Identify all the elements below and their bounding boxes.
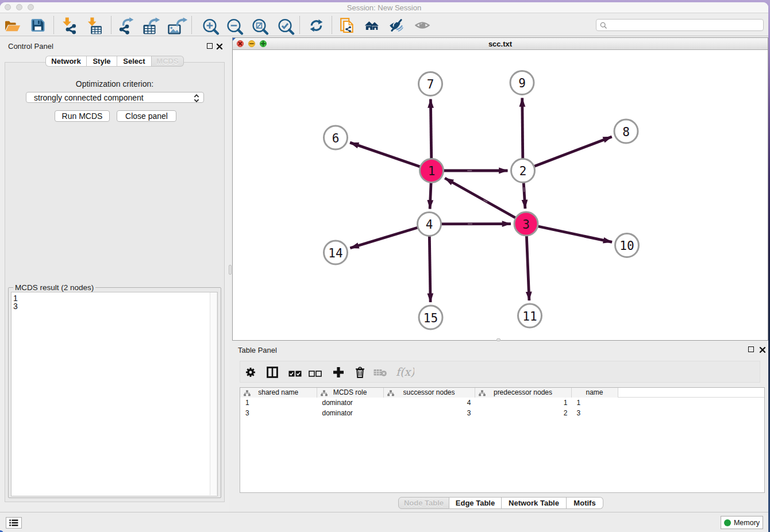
zoom-selected-icon[interactable]	[278, 18, 298, 36]
main-area: Control Panel NetworkStyleSelectMCDS Opt…	[0, 36, 768, 512]
edge-2-8[interactable]	[523, 137, 612, 171]
toolbar-separator	[332, 16, 332, 34]
table-cell: 4	[467, 399, 471, 407]
open-session-icon[interactable]	[5, 18, 21, 33]
table-cell: 3	[577, 409, 581, 417]
tab-mcds[interactable]: MCDS	[152, 56, 184, 67]
table-cell: dominator	[322, 399, 353, 407]
delete-column-icon[interactable]	[355, 367, 365, 380]
tab-node-table[interactable]: Node Table	[398, 497, 449, 509]
delete-table-icon[interactable]	[374, 368, 387, 379]
graph-node-label: 15	[424, 311, 438, 325]
column-label: predecessor nodes	[475, 388, 571, 396]
criterion-dropdown[interactable]: strongly connected component	[26, 92, 204, 103]
graph-node-label: 9	[518, 76, 526, 90]
refresh-layout-icon[interactable]	[310, 19, 324, 33]
toolbar-separator	[191, 16, 192, 34]
panel-divider-grip[interactable]	[229, 265, 232, 275]
zoom-out-icon[interactable]	[227, 18, 247, 36]
save-session-icon[interactable]	[30, 18, 45, 33]
table-columns-icon[interactable]	[267, 367, 278, 380]
control-panel-tabs: NetworkStyleSelectMCDS	[45, 56, 184, 67]
column-header-shared-name[interactable]: shared name	[240, 388, 317, 398]
table-panel-close-icon[interactable]	[759, 346, 766, 353]
graph-node-label: 8	[622, 125, 630, 139]
column-header-name[interactable]: name	[572, 388, 618, 398]
main-toolbar	[0, 13, 768, 36]
hide-selected-icon[interactable]	[389, 18, 404, 33]
zoom-fit-icon[interactable]	[252, 18, 272, 36]
show-all-icon[interactable]	[415, 18, 430, 33]
copy-style-icon[interactable]	[340, 18, 355, 33]
svg-text:f(x): f(x)	[396, 365, 414, 378]
table-divider-grip[interactable]	[496, 338, 500, 341]
tab-network[interactable]: Network	[45, 56, 87, 67]
first-neighbors-icon[interactable]	[364, 18, 379, 33]
zoom-in-icon[interactable]	[203, 18, 222, 36]
tab-select[interactable]: Select	[117, 56, 152, 67]
column-header-predecessor-nodes[interactable]: predecessor nodes	[475, 388, 572, 398]
graph-node-label: 2	[519, 164, 527, 178]
column-label: name	[572, 388, 618, 396]
mcds-result-list[interactable]: 13	[11, 292, 218, 496]
toolbar-separator	[53, 16, 54, 34]
export-table-icon[interactable]	[141, 17, 161, 34]
column-header-MCDS-role[interactable]: MCDS role	[317, 388, 384, 398]
table-panel-title: Table Panel	[238, 346, 277, 354]
import-table-icon[interactable]	[85, 17, 102, 34]
graph-node-label: 14	[328, 246, 342, 260]
edge-1-6[interactable]	[350, 142, 432, 171]
create-column-icon[interactable]	[333, 367, 344, 380]
toolbar-separator	[299, 16, 300, 34]
control-panel-float-icon[interactable]	[207, 43, 213, 49]
mcds-result-title: MCDS result (2 nodes)	[13, 283, 95, 292]
tab-network-table[interactable]: Network Table	[502, 497, 567, 509]
table-row[interactable]: 1dominator411	[240, 398, 765, 408]
table-toolbar: f(x)	[240, 361, 760, 383]
result-scrollbar[interactable]	[210, 292, 217, 495]
memory-label: Memory	[734, 519, 760, 527]
table-cell: 1	[245, 399, 249, 407]
table-cell: 3	[245, 409, 249, 417]
table-row[interactable]: 3dominator323	[240, 408, 765, 419]
toolbar-separator	[111, 16, 111, 34]
result-line: 3	[13, 302, 217, 311]
run-mcds-button[interactable]: Run MCDS	[55, 110, 110, 122]
tab-motifs[interactable]: Motifs	[567, 497, 603, 509]
function-builder-icon[interactable]: f(x)	[395, 365, 414, 381]
edge-handle	[467, 170, 472, 171]
graph-node-label: 4	[426, 218, 433, 232]
task-history-button[interactable]	[6, 517, 22, 529]
table-cell: 2	[564, 409, 568, 417]
table-cell: 3	[467, 409, 471, 417]
table-panel-float-icon[interactable]	[748, 346, 754, 352]
control-panel-close-icon[interactable]	[216, 43, 223, 50]
network-canvas[interactable]: 1234678910111415	[233, 51, 768, 340]
edge-handle	[468, 223, 472, 225]
edge-3-10[interactable]	[526, 224, 613, 242]
export-image-icon[interactable]	[167, 17, 188, 34]
column-header-successor-nodes[interactable]: successor nodes	[384, 388, 475, 398]
tab-style[interactable]: Style	[87, 56, 117, 67]
tab-edge-table[interactable]: Edge Table	[449, 497, 502, 509]
export-network-icon[interactable]	[118, 17, 136, 34]
memory-button[interactable]: Memory	[721, 516, 763, 529]
status-bar: Memory	[0, 512, 768, 530]
table-cell: 1	[564, 399, 568, 407]
table-cell: dominator	[322, 409, 353, 417]
window-titlebar: Session: New Session	[0, 2, 768, 13]
table-settings-icon[interactable]	[246, 368, 255, 379]
deselect-all-columns-icon[interactable]	[309, 369, 322, 379]
data-table[interactable]: shared nameMCDS rolesuccessor nodesprede…	[240, 387, 765, 493]
task-list-icon	[9, 519, 18, 526]
window-title: Session: New Session	[0, 3, 768, 12]
graph-node-label: 11	[522, 310, 537, 323]
select-all-columns-icon[interactable]	[288, 369, 302, 379]
mcds-panel: Optimization criterion: strongly connect…	[5, 62, 225, 502]
search-input[interactable]	[596, 19, 764, 31]
mcds-result-groupbox: MCDS result (2 nodes) 13	[8, 287, 221, 498]
close-panel-button[interactable]: Close panel	[117, 110, 176, 122]
result-line: 1	[13, 294, 217, 303]
column-label: shared name	[240, 388, 317, 396]
import-network-icon[interactable]	[60, 17, 77, 34]
